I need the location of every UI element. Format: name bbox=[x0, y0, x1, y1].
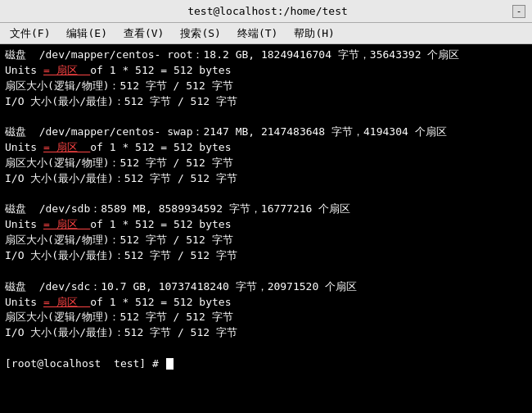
menu-item-file[interactable]: 文件(F) bbox=[3, 25, 56, 43]
terminal-line: 磁盘 /dev/sdc：10.7 GB, 10737418240 字节，2097… bbox=[5, 279, 527, 295]
terminal-empty-line bbox=[5, 187, 527, 202]
menu-bar: 文件(F) 编辑(E) 查看(V) 搜索(S) 终端(T) 帮助(H) bbox=[0, 23, 532, 44]
close-icon: - bbox=[516, 6, 522, 16]
menu-item-edit[interactable]: 编辑(E) bbox=[60, 25, 113, 43]
window: test@localhost:/home/test - 文件(F) 编辑(E) … bbox=[0, 0, 532, 413]
menu-item-help[interactable]: 帮助(H) bbox=[287, 25, 340, 43]
terminal-units-line: Units = 扇区 of 1 * 512 = 512 bytes bbox=[5, 295, 527, 311]
units-highlight: = 扇区 bbox=[43, 141, 90, 153]
terminal-line: 扇区大小(逻辑/物理)：512 字节 / 512 字节 bbox=[5, 79, 527, 94]
menu-item-terminal[interactable]: 终端(T) bbox=[231, 25, 284, 43]
units-prefix: Units bbox=[5, 296, 43, 308]
terminal-line: I/O 大小(最小/最佳)：512 字节 / 512 字节 bbox=[5, 94, 527, 110]
units-prefix: Units bbox=[5, 141, 43, 153]
title-bar: test@localhost:/home/test - bbox=[0, 0, 532, 23]
terminal-body[interactable]: 磁盘 /dev/mapper/centos- root：18.2 GB, 182… bbox=[0, 44, 532, 413]
terminal-line: 扇区大小(逻辑/物理)：512 字节 / 512 字节 bbox=[5, 310, 527, 325]
units-suffix: of 1 * 512 = 512 bytes bbox=[90, 218, 231, 230]
terminal-line: 磁盘 /dev/mapper/centos- swap：2147 MB, 214… bbox=[5, 125, 527, 140]
terminal-line: 扇区大小(逻辑/物理)：512 字节 / 512 字节 bbox=[5, 233, 527, 248]
prompt-text: [root@localhost test] # bbox=[5, 357, 165, 370]
terminal-line: I/O 大小(最小/最佳)：512 字节 / 512 字节 bbox=[5, 171, 527, 187]
terminal-line: 磁盘 /dev/sdb：8589 MB, 8589934592 字节，16777… bbox=[5, 202, 527, 217]
terminal-empty-line bbox=[5, 109, 527, 125]
menu-item-search[interactable]: 搜索(S) bbox=[174, 25, 227, 43]
terminal-line: I/O 大小(最小/最佳)：512 字节 / 512 字节 bbox=[5, 325, 527, 341]
title-bar-title: test@localhost:/home/test bbox=[23, 5, 512, 17]
units-highlight: = 扇区 bbox=[43, 64, 90, 76]
terminal-prompt-line: [root@localhost test] # bbox=[5, 356, 527, 372]
terminal-cursor bbox=[166, 358, 174, 370]
close-button[interactable]: - bbox=[512, 5, 525, 18]
menu-item-view[interactable]: 查看(V) bbox=[117, 25, 170, 43]
terminal-units-line: Units = 扇区 of 1 * 512 = 512 bytes bbox=[5, 217, 527, 233]
units-prefix: Units bbox=[5, 64, 43, 76]
terminal-line: 磁盘 /dev/mapper/centos- root：18.2 GB, 182… bbox=[5, 48, 527, 63]
units-highlight: = 扇区 bbox=[43, 296, 90, 308]
terminal-line: I/O 大小(最小/最佳)：512 字节 / 512 字节 bbox=[5, 248, 527, 264]
units-suffix: of 1 * 512 = 512 bytes bbox=[90, 296, 231, 308]
units-suffix: of 1 * 512 = 512 bytes bbox=[90, 64, 231, 76]
terminal-empty-line bbox=[5, 264, 527, 279]
units-suffix: of 1 * 512 = 512 bytes bbox=[90, 141, 231, 153]
terminal-units-line: Units = 扇区 of 1 * 512 = 512 bytes bbox=[5, 63, 527, 79]
terminal-units-line: Units = 扇区 of 1 * 512 = 512 bytes bbox=[5, 140, 527, 156]
terminal-line: 扇区大小(逻辑/物理)：512 字节 / 512 字节 bbox=[5, 156, 527, 171]
units-prefix: Units bbox=[5, 218, 43, 230]
units-highlight: = 扇区 bbox=[43, 218, 90, 230]
terminal-empty-line bbox=[5, 341, 527, 356]
